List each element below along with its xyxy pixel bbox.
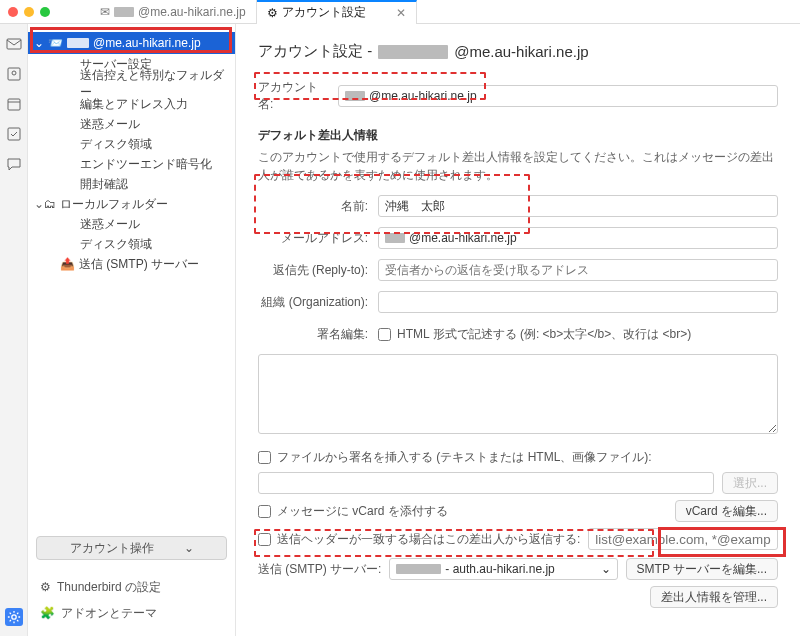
tree-account[interactable]: ⌄ 📨 @me.au-hikari.ne.jp xyxy=(28,32,235,54)
tree-e2e[interactable]: エンドツーエンド暗号化 xyxy=(28,154,235,174)
reply-to-input[interactable] xyxy=(378,259,778,281)
reply-to-label: 返信先 (Reply-to): xyxy=(258,262,378,279)
email-label: メールアドレス: xyxy=(258,230,378,247)
signature-textarea[interactable] xyxy=(258,354,778,434)
folder-icon: 🗂 xyxy=(44,197,56,211)
chevron-down-icon: ⌄ xyxy=(34,36,44,50)
svg-point-5 xyxy=(11,615,15,619)
edit-smtp-button[interactable]: SMTP サーバーを編集... xyxy=(626,558,778,580)
close-tab-icon[interactable]: ✕ xyxy=(396,6,406,20)
tab-mailbox-label: @me.au-hikari.ne.jp xyxy=(138,5,246,19)
tasks-rail-icon[interactable] xyxy=(6,126,22,142)
addressbook-rail-icon[interactable] xyxy=(6,66,22,82)
gear-icon: ⚙ xyxy=(40,580,51,594)
tab-mailbox[interactable]: ✉ @me.au-hikari.ne.jp xyxy=(90,0,257,24)
file-signature-checkbox[interactable] xyxy=(258,451,271,464)
zoom-window-icon[interactable] xyxy=(40,7,50,17)
svg-rect-3 xyxy=(8,99,20,110)
thunderbird-settings-link[interactable]: ⚙ Thunderbird の設定 xyxy=(40,574,223,600)
settings-rail-icon[interactable] xyxy=(5,608,23,626)
html-signature-label: HTML 形式で記述する (例: <b>太字</b>、改行は <br>) xyxy=(397,326,691,343)
html-signature-checkbox[interactable] xyxy=(378,328,391,341)
masked-user xyxy=(114,7,134,17)
mail-icon: ✉ xyxy=(100,5,110,19)
chevron-down-icon: ⌄ xyxy=(184,541,194,555)
organization-label: 組織 (Organization): xyxy=(258,294,378,311)
name-input[interactable] xyxy=(378,195,778,217)
account-actions-label: アカウント操作 xyxy=(70,540,154,557)
window-controls[interactable] xyxy=(8,7,50,17)
svg-point-2 xyxy=(12,71,16,75)
page-title: アカウント設定 - @me.au-hikari.ne.jp xyxy=(258,42,778,61)
file-signature-label: ファイルから署名を挿入する (テキストまたは HTML、画像ファイル): xyxy=(277,449,652,466)
smtp-label: 送信 (SMTP) サーバー: xyxy=(258,561,381,578)
settings-icon: ⚙ xyxy=(267,6,278,20)
chevron-down-icon: ⌄ xyxy=(601,562,611,576)
file-signature-path[interactable] xyxy=(258,472,714,494)
organization-input[interactable] xyxy=(378,291,778,313)
tree-smtp[interactable]: 📤 送信 (SMTP) サーバー xyxy=(28,254,235,274)
inbox-icon: 📨 xyxy=(48,36,63,50)
default-sender-title: デフォルト差出人情報 xyxy=(258,127,778,144)
tree-copies-folders[interactable]: 送信控えと特別なフォルダー xyxy=(28,74,235,94)
mail-rail-icon[interactable] xyxy=(6,36,22,52)
tree-junk[interactable]: 迷惑メール xyxy=(28,114,235,134)
addons-link[interactable]: 🧩 アドオンとテーマ xyxy=(40,600,223,626)
svg-rect-4 xyxy=(8,128,20,140)
choose-file-button[interactable]: 選択... xyxy=(722,472,778,494)
svg-rect-1 xyxy=(8,68,20,80)
vcard-checkbox[interactable] xyxy=(258,505,271,518)
manage-identities-button[interactable]: 差出人情報を管理... xyxy=(650,586,778,608)
calendar-rail-icon[interactable] xyxy=(6,96,22,112)
chevron-down-icon: ⌄ xyxy=(34,197,44,211)
smtp-server-select[interactable]: - auth.au-hikari.ne.jp ⌄ xyxy=(389,558,617,580)
reply-header-label: 送信ヘッダーが一致する場合はこの差出人から返信する: xyxy=(277,531,580,548)
tree-account-label: @me.au-hikari.ne.jp xyxy=(93,36,201,50)
tree-local-folders[interactable]: ⌄ 🗂 ローカルフォルダー xyxy=(28,194,235,214)
tab-account-settings[interactable]: ⚙ アカウント設定 ✕ xyxy=(257,0,417,24)
tree-local-junk[interactable]: 迷惑メール xyxy=(28,214,235,234)
minimize-window-icon[interactable] xyxy=(24,7,34,17)
edit-vcard-button[interactable]: vCard を編集... xyxy=(675,500,778,522)
reply-header-input[interactable] xyxy=(588,528,778,550)
account-name-label: アカウント名: xyxy=(258,79,338,113)
masked-user xyxy=(67,38,89,48)
outgoing-icon: 📤 xyxy=(60,257,75,271)
account-name-input[interactable]: @me.au-hikari.ne.jp xyxy=(338,85,778,107)
name-label: 名前: xyxy=(258,198,378,215)
account-actions-button[interactable]: アカウント操作 ⌄ xyxy=(36,536,227,560)
tab-account-settings-label: アカウント設定 xyxy=(282,4,366,21)
puzzle-icon: 🧩 xyxy=(40,606,55,620)
svg-rect-0 xyxy=(7,39,21,49)
tree-receipts[interactable]: 開封確認 xyxy=(28,174,235,194)
reply-header-checkbox[interactable] xyxy=(258,533,271,546)
tree-disk-space[interactable]: ディスク領域 xyxy=(28,134,235,154)
masked-user xyxy=(378,45,448,59)
signature-label: 署名編集: xyxy=(258,326,378,343)
tree-local-disk[interactable]: ディスク領域 xyxy=(28,234,235,254)
close-window-icon[interactable] xyxy=(8,7,18,17)
email-input[interactable]: @me.au-hikari.ne.jp xyxy=(378,227,778,249)
default-sender-desc: このアカウントで使用するデフォルト差出人情報を設定してください。これはメッセージ… xyxy=(258,148,778,184)
vcard-label: メッセージに vCard を添付する xyxy=(277,503,448,520)
chat-rail-icon[interactable] xyxy=(6,156,22,172)
